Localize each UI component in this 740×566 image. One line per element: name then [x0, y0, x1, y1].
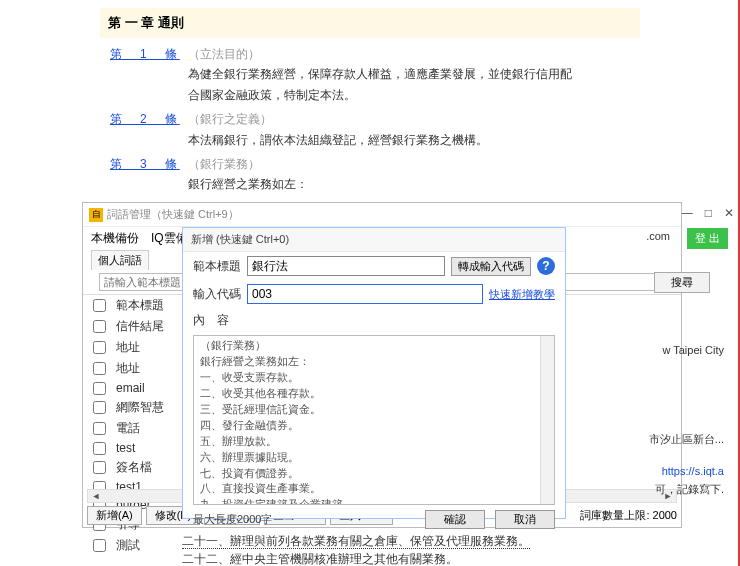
tab-local-backup[interactable]: 本機備份 [91, 230, 139, 247]
list-checkbox[interactable] [93, 461, 106, 474]
label-template-title: 範本標題 [193, 258, 241, 275]
content-line: 四、發行金融債券。 [200, 418, 548, 434]
article-link[interactable]: 第 2 條 [110, 109, 188, 150]
article-text: 二十一、辦理與前列各款業務有關之倉庫、保管及代理服務業務。 [182, 532, 530, 550]
tutorial-link[interactable]: 快速新增教學 [489, 287, 555, 302]
article-link[interactable]: 第 3 條 [110, 154, 188, 195]
list-checkbox[interactable] [93, 320, 106, 333]
app-icon: 自 [89, 208, 103, 222]
background-document-bottom: 二十一、辦理與前列各款業務有關之倉庫、保管及代理服務業務。 二十二、經中央主管機… [182, 532, 530, 566]
list-checkbox[interactable] [93, 382, 106, 395]
list-item-label: email [116, 381, 145, 395]
list-checkbox[interactable] [93, 422, 106, 435]
minimize-icon[interactable]: — [681, 206, 693, 220]
close-icon[interactable]: ✕ [724, 206, 734, 220]
background-document: 第 一 章 通則 第 1 條 （立法目的） 為健全銀行業務經營，保障存款人權益，… [0, 0, 740, 207]
list-checkbox[interactable] [93, 341, 106, 354]
article-text: 銀行經營之業務如左： [188, 174, 700, 194]
article-text: 合國家金融政策，特制定本法。 [188, 85, 700, 105]
list-item-label: 電話 [116, 420, 140, 437]
partial-link[interactable]: https://s.iqt.a [662, 465, 724, 477]
chapter-heading: 第 一 章 通則 [100, 8, 640, 38]
content-textarea[interactable]: （銀行業務）銀行經營之業務如左：一、收受支票存款。二、收受其他各種存款。三、受託… [193, 335, 555, 505]
article-link[interactable]: 第 1 條 [110, 44, 188, 105]
vertical-scrollbar[interactable] [540, 336, 554, 504]
window-controls: — □ ✕ [681, 206, 734, 220]
template-title-input[interactable] [247, 256, 445, 276]
article-subtitle: （立法目的） [188, 44, 700, 64]
max-length-label: 最大長度2000字 [193, 512, 272, 527]
list-checkbox[interactable] [93, 539, 106, 552]
content-line: 五、辦理放款。 [200, 434, 548, 450]
ok-button[interactable]: 確認 [425, 510, 485, 529]
maximize-icon[interactable]: □ [705, 206, 712, 220]
list-item-label: 範本標題 [116, 297, 164, 314]
article-text: 二十二、經中央主管機關核准辦理之其他有關業務。 [182, 550, 530, 566]
search-button[interactable]: 搜尋 [654, 272, 710, 293]
label-content: 內 容 [193, 312, 241, 329]
content-line: 六、辦理票據貼現。 [200, 450, 548, 466]
article-subtitle: （銀行業務） [188, 154, 700, 174]
window-title: 詞語管理（快速鍵 Ctrl+9） [107, 207, 239, 222]
content-line: 九、投資住宅建築及企業建築。 [200, 497, 548, 505]
cancel-button[interactable]: 取消 [495, 510, 555, 529]
list-item-label: 網際智慧 [116, 399, 164, 416]
scroll-left-icon[interactable]: ◄ [90, 491, 102, 501]
content-line: （銀行業務） [200, 338, 548, 354]
partial-text: 可，記錄寫下. [655, 482, 724, 497]
article-text: 為健全銀行業務經營，保障存款人權益，適應產業發展，並使銀行信用配 [188, 64, 700, 84]
add-phrase-dialog: 新增 (快速鍵 Ctrl+0) 範本標題 轉成輸入代碼 ? 輸入代碼 快速新增教… [182, 227, 566, 519]
label-input-code: 輸入代碼 [193, 286, 241, 303]
dialog-title: 新增 (快速鍵 Ctrl+0) [183, 228, 565, 252]
partial-text: w Taipei City [662, 344, 724, 356]
list-item-label: 信件結尾 [116, 318, 164, 335]
partial-text: 市汐止區新台... [649, 432, 724, 447]
partial-text: .com [646, 230, 670, 242]
content-line: 七、投資有價證券。 [200, 466, 548, 482]
content-line: 一、收受支票存款。 [200, 370, 548, 386]
list-checkbox[interactable] [93, 299, 106, 312]
list-checkbox[interactable] [93, 401, 106, 414]
article-3: 第 3 條 （銀行業務） 銀行經營之業務如左： [110, 154, 700, 195]
list-checkbox[interactable] [93, 442, 106, 455]
input-code-field[interactable] [247, 284, 483, 304]
article-text: 本法稱銀行，謂依本法組織登記，經營銀行業務之機構。 [188, 130, 700, 150]
list-item-label: 簽名檔 [116, 459, 152, 476]
help-icon[interactable]: ? [537, 257, 555, 275]
list-item-label: 地址 [116, 360, 140, 377]
article-1: 第 1 條 （立法目的） 為健全銀行業務經營，保障存款人權益，適應產業發展，並使… [110, 44, 700, 105]
content-line: 三、受託經理信託資金。 [200, 402, 548, 418]
window-titlebar: 自 詞語管理（快速鍵 Ctrl+9） [83, 203, 681, 227]
limit-label: 詞庫數量上限: 2000 [580, 508, 677, 523]
list-checkbox[interactable] [93, 362, 106, 375]
article-2: 第 2 條 （銀行之定義） 本法稱銀行，謂依本法組織登記，經營銀行業務之機構。 [110, 109, 700, 150]
content-line: 八、直接投資生產事業。 [200, 481, 548, 497]
list-item-label: 地址 [116, 339, 140, 356]
content-line: 銀行經營之業務如左： [200, 354, 548, 370]
list-item-label: 測試 [116, 537, 140, 554]
article-subtitle: （銀行之定義） [188, 109, 700, 129]
logout-button[interactable]: 登 出 [687, 228, 728, 249]
tab-personal-phrases[interactable]: 個人詞語 [91, 250, 149, 270]
list-item-label: test [116, 441, 135, 455]
convert-code-button[interactable]: 轉成輸入代碼 [451, 257, 531, 276]
add-button[interactable]: 新增(A) [87, 506, 142, 525]
content-line: 二、收受其他各種存款。 [200, 386, 548, 402]
